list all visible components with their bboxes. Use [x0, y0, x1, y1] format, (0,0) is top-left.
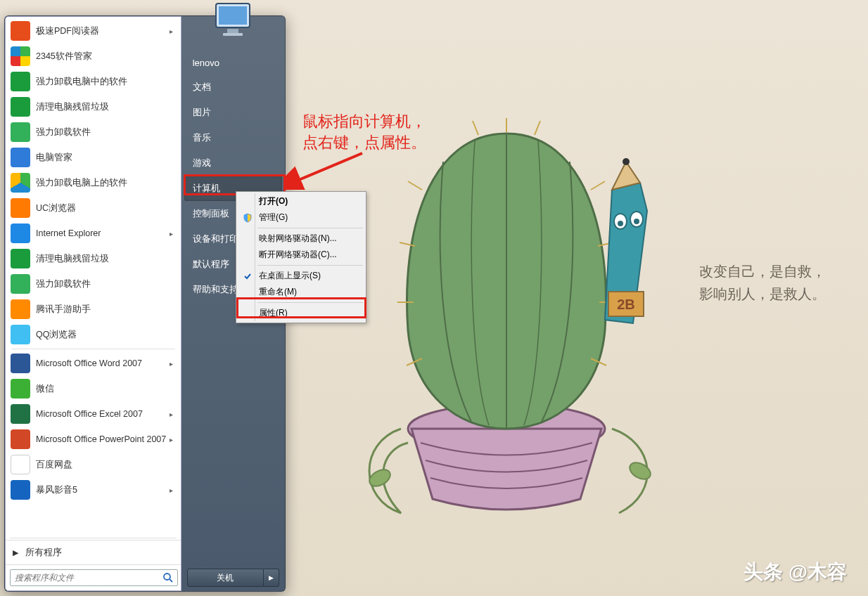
program-label: 百度网盘 [36, 459, 176, 471]
program-label: Microsoft Office PowerPoint 2007 [36, 434, 170, 444]
program-item[interactable]: QQ浏览器 [7, 322, 179, 347]
program-label: UC浏览器 [36, 202, 176, 214]
svg-line-10 [473, 121, 478, 135]
check-icon [241, 270, 254, 283]
program-item[interactable]: 强力卸载电脑中的软件 [7, 69, 179, 94]
context-menu-item[interactable]: 映射网络驱动器(N)... [238, 231, 364, 247]
annotation-arrow [285, 148, 369, 190]
program-item[interactable]: 电脑管家 [7, 145, 179, 170]
program-label: Internet Explorer [36, 228, 170, 238]
program-icon [11, 249, 30, 268]
context-menu-item[interactable]: 属性(R) [238, 305, 364, 321]
annotation-text: 鼠标指向计算机， 点右键，点属性。 [302, 111, 426, 153]
triangle-icon: ▶ [13, 548, 18, 557]
program-label: 强力卸载软件 [36, 127, 176, 138]
svg-point-20 [627, 459, 653, 482]
search-icon[interactable] [160, 569, 177, 586]
right-pane-link[interactable]: lenovo [184, 51, 282, 74]
program-list: 极速PDF阅读器▸2345软件管家强力卸载电脑中的软件清理电脑残留垃圾强力卸载软… [6, 17, 181, 536]
svg-point-21 [164, 574, 170, 580]
shutdown-options-arrow[interactable]: ▶ [264, 569, 279, 587]
svg-point-12 [623, 158, 630, 165]
context-menu-item[interactable]: 重命名(M) [238, 284, 364, 300]
submenu-arrow-icon: ▸ [170, 436, 173, 443]
program-label: 极速PDF阅读器 [36, 25, 170, 37]
svg-line-11 [535, 121, 540, 135]
program-item[interactable]: 暴风影音5▸ [7, 477, 179, 503]
context-menu-label: 断开网络驱动器(C)... [259, 249, 337, 261]
program-icon [11, 379, 30, 399]
program-icon [11, 173, 30, 193]
program-item[interactable]: 强力卸载电脑上的软件 [7, 170, 179, 195]
program-item[interactable]: 清理电脑残留垃圾 [7, 94, 179, 119]
context-menu-label: 在桌面上显示(S) [259, 270, 321, 282]
shutdown-group: 关机 ▶ [187, 569, 279, 587]
right-pane-link[interactable]: 文档 [184, 74, 282, 100]
program-label: 微信 [36, 383, 176, 395]
shield-icon [241, 212, 254, 224]
program-item[interactable]: UC浏览器 [7, 195, 179, 221]
program-label: 强力卸载软件 [36, 278, 176, 290]
context-menu-separator [257, 228, 363, 228]
search-input[interactable] [10, 569, 178, 586]
program-icon [11, 354, 30, 373]
program-label: Microsoft Office Excel 2007 [36, 409, 170, 419]
context-menu-item[interactable]: 打开(O) [238, 193, 364, 209]
program-item[interactable]: Microsoft Office Excel 2007▸ [7, 401, 179, 427]
program-label: 强力卸载电脑中的软件 [36, 76, 176, 88]
shutdown-button[interactable]: 关机 [187, 569, 264, 587]
wallpaper-quote: 改变自己，是自救， 影响别人，是救人。 [699, 260, 826, 305]
program-label: Microsoft Office Word 2007 [36, 358, 170, 368]
user-picture-icon [213, 1, 253, 37]
program-icon [11, 299, 30, 319]
context-menu-item[interactable]: 管理(G) [238, 209, 364, 226]
program-item[interactable]: 百度网盘 [7, 452, 179, 477]
svg-line-5 [591, 181, 605, 190]
right-pane-link[interactable]: 音乐 [184, 125, 282, 150]
program-label: QQ浏览器 [36, 329, 176, 341]
search-box [6, 564, 181, 590]
program-label: 清理电脑残留垃圾 [36, 101, 176, 113]
program-icon [11, 21, 30, 41]
program-item[interactable]: 极速PDF阅读器▸ [7, 18, 179, 44]
program-item[interactable]: 清理电脑残留垃圾 [7, 246, 179, 271]
submenu-arrow-icon: ▸ [170, 360, 173, 368]
svg-line-27 [295, 153, 362, 181]
program-item[interactable]: Microsoft Office PowerPoint 2007▸ [7, 427, 179, 452]
context-menu-label: 管理(G) [259, 212, 288, 224]
context-menu-label: 重命名(M) [259, 286, 297, 298]
context-menu-label: 映射网络驱动器(N)... [259, 233, 337, 245]
program-item[interactable]: 强力卸载软件 [7, 119, 179, 145]
program-label: 电脑管家 [36, 152, 176, 164]
svg-line-22 [170, 579, 172, 582]
svg-text:2B: 2B [617, 297, 635, 312]
program-icon [11, 97, 30, 117]
submenu-arrow-icon: ▸ [170, 27, 173, 35]
submenu-arrow-icon: ▸ [170, 230, 173, 238]
context-menu-label: 属性(R) [259, 307, 288, 319]
context-menu-item[interactable]: 断开网络驱动器(C)... [238, 247, 364, 263]
program-icon [11, 224, 30, 243]
watermark: 头条 @木容 [743, 559, 847, 585]
program-item[interactable]: 腾讯手游助手 [7, 297, 179, 322]
program-item[interactable]: 2345软件管家 [7, 44, 179, 69]
context-menu-item[interactable]: 在桌面上显示(S) [238, 268, 364, 284]
program-icon [11, 429, 30, 449]
program-item[interactable]: Internet Explorer▸ [7, 221, 179, 246]
right-pane-link[interactable]: 图片 [184, 100, 282, 125]
svg-point-16 [618, 221, 623, 226]
right-pane-link[interactable]: 游戏 [184, 150, 282, 176]
svg-point-19 [366, 466, 393, 489]
start-menu-left-pane: 极速PDF阅读器▸2345软件管家强力卸载电脑中的软件清理电脑残留垃圾强力卸载软… [5, 16, 181, 591]
program-icon [11, 72, 30, 91]
submenu-arrow-icon: ▸ [170, 486, 173, 494]
separator [11, 349, 175, 349]
program-icon [11, 122, 30, 142]
svg-line-1 [408, 181, 422, 190]
program-icon [11, 46, 30, 66]
svg-point-18 [634, 219, 639, 224]
all-programs-button[interactable]: ▶ 所有程序 [6, 540, 181, 564]
program-item[interactable]: Microsoft Office Word 2007▸ [7, 351, 179, 376]
program-item[interactable]: 强力卸载软件 [7, 271, 179, 297]
program-item[interactable]: 微信 [7, 376, 179, 401]
